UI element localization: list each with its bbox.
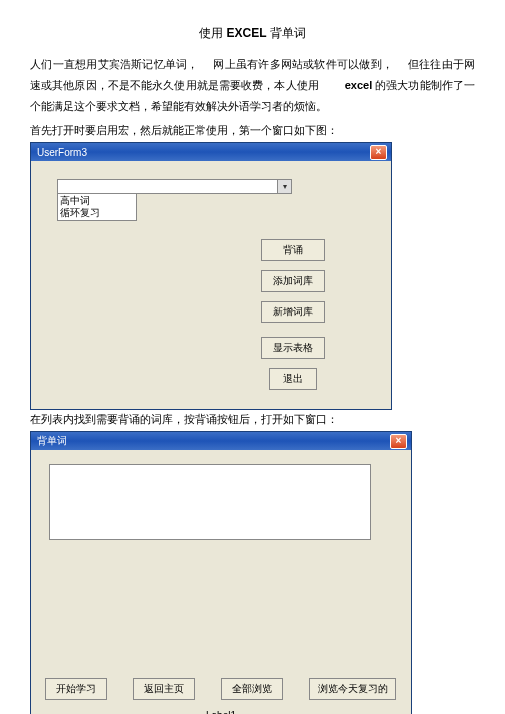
paragraph-1: 人们一直想用艾宾浩斯记忆单词， 网上虽有许多网站或软件可以做到， 但往往由于网 … bbox=[30, 54, 475, 117]
browse-all-button[interactable]: 全部浏览 bbox=[221, 678, 283, 700]
chevron-down-icon[interactable]: ▾ bbox=[277, 180, 291, 193]
title-suffix: 背单词 bbox=[267, 26, 306, 40]
label1: Label1 bbox=[45, 710, 397, 714]
list-item[interactable]: 高中词 bbox=[60, 195, 134, 207]
start-study-button[interactable]: 开始学习 bbox=[45, 678, 107, 700]
titlebar-1[interactable]: UserForm3 × bbox=[31, 143, 391, 161]
return-home-button[interactable]: 返回主页 bbox=[133, 678, 195, 700]
window2-title: 背单词 bbox=[37, 434, 67, 448]
browse-today-button[interactable]: 浏览今天复习的 bbox=[309, 678, 396, 700]
title-bold: EXCEL bbox=[226, 26, 266, 40]
list-item[interactable]: 循环复习 bbox=[60, 207, 134, 219]
close-icon[interactable]: × bbox=[370, 145, 387, 160]
window1-title: UserForm3 bbox=[37, 147, 87, 158]
exit-button[interactable]: 退出 bbox=[269, 368, 317, 390]
wordlist-dropdown[interactable]: 高中词 循环复习 bbox=[57, 194, 137, 221]
titlebar-2[interactable]: 背单词 × bbox=[31, 432, 411, 450]
wordlist-combo[interactable]: ▾ bbox=[57, 179, 292, 194]
window-recite: 背单词 × 开始学习 返回主页 全部浏览 浏览今天复习的 Label1 bbox=[30, 431, 412, 714]
show-table-button[interactable]: 显示表格 bbox=[261, 337, 325, 359]
caption-before-win2: 在列表内找到需要背诵的词库，按背诵按钮后，打开如下窗口： bbox=[30, 412, 475, 427]
recite-button[interactable]: 背诵 bbox=[261, 239, 325, 261]
new-library-button[interactable]: 新增词库 bbox=[261, 301, 325, 323]
close-icon[interactable]: × bbox=[390, 434, 407, 449]
window-userform3: UserForm3 × ▾ 高中词 循环复习 背诵 添加词库 新增词库 显示表格… bbox=[30, 142, 392, 410]
page-title: 使用 EXCEL 背单词 bbox=[30, 25, 475, 42]
caption-before-win1: 首先打开时要启用宏，然后就能正常使用，第一个窗口如下图： bbox=[30, 123, 475, 138]
title-prefix: 使用 bbox=[199, 26, 226, 40]
add-library-button[interactable]: 添加词库 bbox=[261, 270, 325, 292]
output-textarea[interactable] bbox=[49, 464, 371, 540]
